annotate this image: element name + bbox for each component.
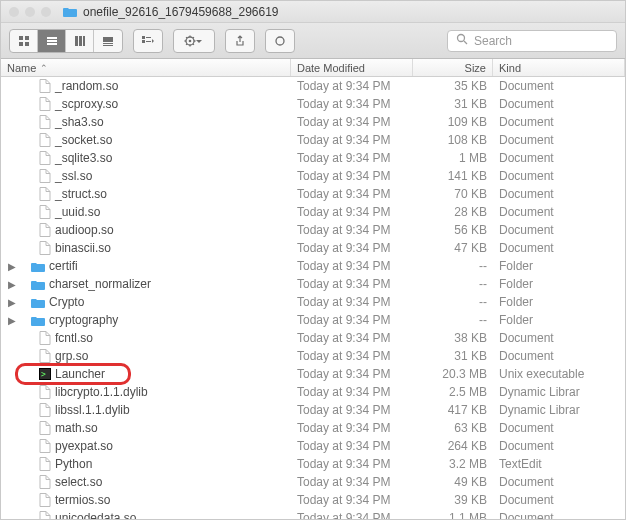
file-name: certifi (49, 259, 78, 273)
header-size[interactable]: Size (413, 59, 493, 76)
file-row[interactable]: _struct.soToday at 9:34 PM70 KBDocument (1, 185, 617, 203)
column-view-button[interactable] (66, 30, 94, 52)
kind-cell: Document (493, 241, 617, 255)
file-row[interactable]: termios.soToday at 9:34 PM39 KBDocument (1, 491, 617, 509)
folder-row[interactable]: ▶certifiToday at 9:34 PM--Folder (1, 257, 617, 275)
disclosure-triangle-icon[interactable]: ▶ (7, 315, 17, 326)
size-cell: 49 KB (413, 475, 493, 489)
file-row[interactable]: _random.soToday at 9:34 PM35 KBDocument (1, 77, 617, 95)
list-view-button[interactable] (38, 30, 66, 52)
size-cell: 1 MB (413, 151, 493, 165)
svg-line-26 (186, 43, 187, 44)
svg-rect-10 (103, 37, 113, 42)
search-input[interactable] (474, 34, 624, 48)
icon-view-button[interactable] (10, 30, 38, 52)
file-row[interactable]: _ssl.soToday at 9:34 PM141 KBDocument (1, 167, 617, 185)
name-cell: libcrypto.1.1.dylib (1, 385, 291, 399)
kind-cell: Document (493, 115, 617, 129)
file-name: _socket.so (55, 133, 112, 147)
file-row[interactable]: select.soToday at 9:34 PM49 KBDocument (1, 473, 617, 491)
kind-cell: Dynamic Librar (493, 403, 617, 417)
svg-rect-0 (19, 36, 23, 40)
date-cell: Today at 9:34 PM (291, 277, 413, 291)
file-row[interactable]: _sha3.soToday at 9:34 PM109 KBDocument (1, 113, 617, 131)
header-kind[interactable]: Kind (493, 59, 625, 76)
file-name: math.so (55, 421, 98, 435)
document-icon (39, 169, 51, 183)
file-row[interactable]: grp.soToday at 9:34 PM31 KBDocument (1, 347, 617, 365)
date-cell: Today at 9:34 PM (291, 205, 413, 219)
tags-button[interactable] (266, 30, 294, 52)
svg-rect-1 (25, 36, 29, 40)
date-cell: Today at 9:34 PM (291, 169, 413, 183)
file-row[interactable]: _uuid.soToday at 9:34 PM28 KBDocument (1, 203, 617, 221)
header-date[interactable]: Date Modified (291, 59, 413, 76)
date-cell: Today at 9:34 PM (291, 367, 413, 381)
kind-cell: Document (493, 331, 617, 345)
share-button[interactable] (226, 30, 254, 52)
document-icon (39, 475, 51, 489)
kind-cell: Document (493, 133, 617, 147)
file-row[interactable]: _socket.soToday at 9:34 PM108 KBDocument (1, 131, 617, 149)
file-row[interactable]: >LauncherToday at 9:34 PM20.3 MBUnix exe… (1, 365, 617, 383)
size-cell: 108 KB (413, 133, 493, 147)
disclosure-triangle-icon[interactable]: ▶ (7, 279, 17, 290)
name-cell: grp.so (1, 349, 291, 363)
document-icon (39, 79, 51, 93)
name-cell: unicodedata.so (1, 511, 291, 519)
file-name: _random.so (55, 79, 118, 93)
size-cell: 47 KB (413, 241, 493, 255)
name-cell: select.so (1, 475, 291, 489)
name-cell: audioop.so (1, 223, 291, 237)
arrange-button[interactable] (134, 30, 162, 52)
disclosure-triangle-icon[interactable]: ▶ (7, 297, 17, 308)
file-row[interactable]: _sqlite3.soToday at 9:34 PM1 MBDocument (1, 149, 617, 167)
file-row[interactable]: pyexpat.soToday at 9:34 PM264 KBDocument (1, 437, 617, 455)
size-cell: -- (413, 313, 493, 327)
date-cell: Today at 9:34 PM (291, 187, 413, 201)
minimize-window-icon[interactable] (25, 7, 35, 17)
search-field[interactable] (447, 30, 617, 52)
zoom-window-icon[interactable] (41, 7, 51, 17)
svg-point-27 (276, 37, 284, 45)
document-icon (39, 493, 51, 507)
sort-indicator-icon: ⌃ (40, 63, 48, 73)
folder-icon (63, 6, 77, 17)
file-row[interactable]: PythonToday at 9:34 PM3.2 MBTextEdit (1, 455, 617, 473)
file-name: _uuid.so (55, 205, 100, 219)
file-row[interactable]: binascii.soToday at 9:34 PM47 KBDocument (1, 239, 617, 257)
file-name: grp.so (55, 349, 88, 363)
document-icon (39, 511, 51, 519)
file-name: _struct.so (55, 187, 107, 201)
file-row[interactable]: libssl.1.1.dylibToday at 9:34 PM417 KBDy… (1, 401, 617, 419)
file-row[interactable]: libcrypto.1.1.dylibToday at 9:34 PM2.5 M… (1, 383, 617, 401)
file-row[interactable]: _scproxy.soToday at 9:34 PM31 KBDocument (1, 95, 617, 113)
file-name: unicodedata.so (55, 511, 136, 519)
size-cell: 28 KB (413, 205, 493, 219)
svg-rect-7 (75, 36, 78, 46)
date-cell: Today at 9:34 PM (291, 133, 413, 147)
executable-icon: > (39, 368, 51, 380)
document-icon (39, 187, 51, 201)
header-name[interactable]: Name ⌃ (1, 59, 291, 76)
file-row[interactable]: math.soToday at 9:34 PM63 KBDocument (1, 419, 617, 437)
name-cell: >Launcher (1, 367, 291, 381)
file-row[interactable]: audioop.soToday at 9:34 PM56 KBDocument (1, 221, 617, 239)
size-cell: 38 KB (413, 331, 493, 345)
disclosure-triangle-icon[interactable]: ▶ (7, 261, 17, 272)
file-list[interactable]: _random.soToday at 9:34 PM35 KBDocument_… (1, 77, 617, 519)
file-row[interactable]: unicodedata.soToday at 9:34 PM1.1 MBDocu… (1, 509, 617, 519)
kind-cell: Document (493, 79, 617, 93)
size-cell: 35 KB (413, 79, 493, 93)
close-window-icon[interactable] (9, 7, 19, 17)
folder-row[interactable]: ▶CryptoToday at 9:34 PM--Folder (1, 293, 617, 311)
folder-icon (31, 315, 45, 326)
folder-row[interactable]: ▶charset_normalizerToday at 9:34 PM--Fol… (1, 275, 617, 293)
svg-rect-13 (142, 36, 145, 39)
coverflow-view-button[interactable] (94, 30, 122, 52)
file-row[interactable]: fcntl.soToday at 9:34 PM38 KBDocument (1, 329, 617, 347)
arrange-group (133, 29, 163, 53)
action-button[interactable] (174, 30, 214, 52)
folder-row[interactable]: ▶cryptographyToday at 9:34 PM--Folder (1, 311, 617, 329)
kind-cell: TextEdit (493, 457, 617, 471)
